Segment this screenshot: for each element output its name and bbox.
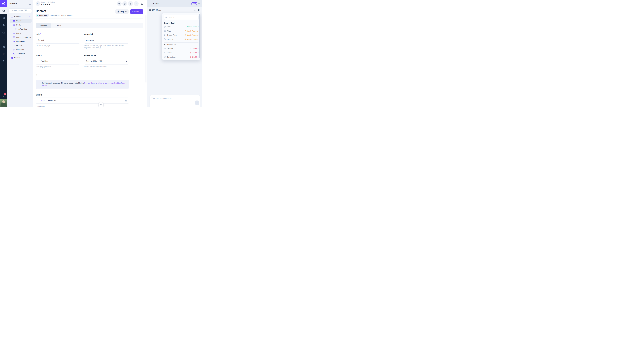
archive-button[interactable] bbox=[128, 1, 133, 6]
tool-row-collections[interactable]: Collections ⊘Disabled bbox=[164, 59, 198, 60]
module-settings[interactable]: ⚙ bbox=[0, 50, 7, 58]
permalink-input[interactable]: /contact bbox=[84, 37, 129, 43]
info-icon: i bbox=[38, 82, 40, 84]
folder-icon bbox=[2, 31, 5, 34]
save-button[interactable]: ✓ bbox=[134, 1, 138, 6]
block-type: Form: bbox=[41, 100, 46, 101]
tool-row-files[interactable]: Files Needs Approval bbox=[164, 29, 198, 33]
back-button[interactable]: ← bbox=[36, 1, 40, 6]
module-files[interactable] bbox=[0, 29, 7, 36]
title-input[interactable]: Contact bbox=[36, 37, 80, 43]
block-delete-button[interactable] bbox=[125, 99, 127, 102]
divider bbox=[36, 18, 143, 19]
tools-search-input[interactable]: Search bbox=[164, 15, 198, 20]
module-search[interactable] bbox=[0, 58, 7, 65]
module-bar: ⚙ 72 bbox=[0, 0, 7, 107]
module-content[interactable] bbox=[0, 7, 7, 14]
sidebar-item-workflow[interactable]: 1. Workflow bbox=[7, 27, 33, 31]
drag-handle-icon[interactable] bbox=[38, 100, 40, 101]
sidebar-item-posts[interactable]: Posts bbox=[7, 23, 33, 27]
sidebar-item-redirects[interactable]: Redirects bbox=[7, 47, 33, 52]
global-search-input[interactable]: Global Search ⌘K bbox=[8, 8, 32, 13]
chevron-down-icon bbox=[140, 11, 141, 12]
message-composer[interactable]: Type your message here... ↑ bbox=[150, 95, 200, 107]
clear-history-button[interactable] bbox=[194, 9, 196, 11]
tool-row-trigger-flow[interactable]: Trigger Flow Needs Approval bbox=[164, 33, 198, 37]
sidebar-item-rabbits[interactable]: Rabbits bbox=[7, 56, 33, 60]
globe-icon bbox=[13, 44, 15, 46]
chevron-down-icon[interactable] bbox=[29, 16, 30, 17]
check-icon: ✓ bbox=[185, 26, 186, 28]
sidebar-item-website[interactable]: Website bbox=[7, 14, 33, 19]
sidebar-item-label: Website bbox=[14, 16, 20, 18]
published-at-input[interactable]: July 1st, 2024 12:00 × bbox=[84, 58, 129, 64]
users-icon bbox=[2, 24, 5, 27]
sidebar-item-pages[interactable]: Pages bbox=[10, 19, 32, 23]
archive-box-icon bbox=[129, 2, 132, 5]
chevron-down-icon[interactable] bbox=[198, 3, 200, 4]
help-icon: ? bbox=[117, 10, 120, 13]
back-arrow-icon: ← bbox=[37, 2, 39, 5]
status-select[interactable]: ✓ Published bbox=[36, 58, 80, 64]
inbox-icon bbox=[13, 36, 15, 38]
disabled-icon: ⊘ bbox=[190, 52, 192, 54]
tool-row-folders[interactable]: Folders ⊘Disabled bbox=[164, 46, 198, 51]
actions-button[interactable]: Actions bbox=[130, 9, 143, 14]
tab-seo[interactable]: SEO bbox=[53, 23, 65, 28]
breadcrumb-separator: • bbox=[46, 1, 47, 3]
tab-content[interactable]: Content bbox=[36, 23, 51, 28]
breadcrumb[interactable]: Pages • Main ▾ bbox=[41, 1, 55, 3]
field-permalink: Permalink* /contact Unique URL for this … bbox=[84, 33, 129, 49]
version-sync-icon bbox=[48, 1, 50, 3]
arrow-down-icon bbox=[100, 104, 102, 105]
tool-row-operations[interactable]: Operations ⊘Disabled bbox=[164, 55, 198, 59]
preview-button[interactable] bbox=[117, 1, 122, 6]
module-insights[interactable] bbox=[0, 36, 7, 43]
openai-logo-icon bbox=[149, 9, 151, 11]
tool-row-schema[interactable]: Schema Needs Approval bbox=[164, 37, 198, 41]
sidebar-item-forms[interactable]: Forms bbox=[7, 31, 33, 35]
tab-bar: Content SEO bbox=[36, 23, 143, 28]
gear-icon: ⚙ bbox=[198, 9, 200, 11]
scroll-down-button[interactable] bbox=[98, 102, 104, 107]
user-avatar[interactable] bbox=[0, 99, 7, 107]
tool-row-flows[interactable]: Flows ⊘Disabled bbox=[164, 51, 198, 55]
panel-right-icon bbox=[141, 2, 143, 5]
sidebar-item-ai-prompts[interactable]: AI Prompts bbox=[7, 52, 33, 56]
collection-nav: Website Pages Posts 1. Workflow Forms Fo… bbox=[7, 14, 33, 60]
main-area: ← Pages • Main ▾ Contact ✓ bbox=[33, 0, 147, 107]
sidebar-item-globals[interactable]: Globals bbox=[7, 43, 33, 47]
breadcrumb-collection[interactable]: Pages bbox=[41, 1, 46, 3]
help-button[interactable]: ? Help bbox=[116, 9, 128, 14]
tool-row-items[interactable]: Items ✓Always Allowed bbox=[164, 25, 198, 29]
model-selector[interactable]: GPT-5 Nano bbox=[152, 9, 161, 11]
module-editor[interactable] bbox=[0, 14, 7, 22]
pilcrow-icon[interactable]: ¶ bbox=[36, 73, 37, 76]
tools-settings-button[interactable]: ⚙ bbox=[198, 9, 200, 11]
main-scrollbar[interactable] bbox=[146, 15, 146, 83]
documentation-link-period[interactable]: . bbox=[47, 84, 48, 86]
sidebar-item-label: Redirects bbox=[16, 49, 24, 50]
chevron-down-icon bbox=[125, 11, 127, 12]
notifications-button[interactable]: 72 bbox=[0, 92, 7, 99]
page-content: Contact ✓ Published • Published At: over… bbox=[33, 9, 147, 107]
document-icon bbox=[13, 24, 15, 26]
module-users[interactable] bbox=[0, 22, 7, 29]
sidebar-item-navigation[interactable]: Navigation bbox=[7, 39, 33, 43]
clear-icon[interactable]: × bbox=[125, 60, 127, 62]
popover-scrollbar[interactable] bbox=[199, 14, 200, 58]
required-marker: * bbox=[94, 33, 94, 35]
delete-button[interactable] bbox=[122, 1, 127, 6]
approval-hand-icon bbox=[184, 34, 186, 36]
directus-logo[interactable] bbox=[0, 0, 7, 7]
collapse-sidebar-button[interactable] bbox=[29, 2, 31, 5]
breadcrumb-version[interactable]: Main bbox=[50, 1, 54, 3]
block-item[interactable]: Form: Contact Us bbox=[36, 97, 129, 103]
field-published-at: Published At July 1st, 2024 12:00 × Publ… bbox=[84, 54, 129, 68]
chevron-down-icon[interactable] bbox=[29, 24, 30, 26]
ai-sparkle-icon bbox=[149, 2, 151, 5]
toggle-right-panel-button[interactable] bbox=[139, 1, 144, 6]
module-help[interactable] bbox=[0, 43, 7, 50]
send-button[interactable]: ↑ bbox=[195, 100, 199, 105]
sidebar-item-form-submissions[interactable]: Form Submissions bbox=[7, 35, 33, 39]
